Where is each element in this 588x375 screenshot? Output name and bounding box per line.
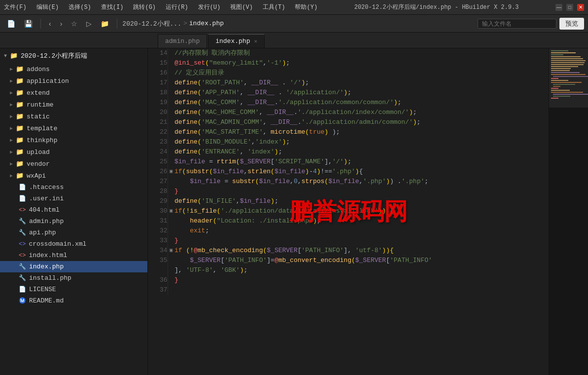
sidebar-item-upload[interactable]: ▶ 📁 upload — [0, 146, 147, 158]
sidebar-item-template[interactable]: ▶ 📁 template — [0, 122, 147, 134]
code-line[interactable]: $_SERVER['PATH_INFO']=@mb_convert_encodi… — [174, 256, 549, 265]
close-button[interactable]: ✕ — [577, 4, 584, 11]
menu-bar[interactable]: 文件(F) 编辑(E) 选择(S) 查找(I) 跳转(G) 运行(R) 发行(U… — [4, 3, 317, 11]
menu-edit[interactable]: 编辑(E) — [36, 3, 59, 11]
menu-view[interactable]: 视图(V) — [230, 3, 253, 11]
code-editor[interactable]: 鹏誉源码网 14 //内存限制 取消内存限制 15 @ini_set("memo… — [148, 48, 549, 375]
sidebar-item-wxapi[interactable]: ▶ 📁 wxApi — [0, 170, 147, 182]
table-row: 35 $_SERVER['PATH_INFO']=@mb_convert_enc… — [148, 256, 549, 265]
window-controls[interactable]: — □ ✕ — [555, 4, 584, 11]
sidebar-item-installphp[interactable]: 🔧 install.php — [0, 272, 147, 284]
code-line[interactable]: if(substr($in_file,strlen($in_file)-4)!=… — [174, 167, 549, 177]
table-row: 17 define('ROOT_PATH', __DIR__ . '/'); — [148, 78, 549, 88]
maximize-button[interactable]: □ — [566, 4, 573, 11]
sidebar-item-crossdomainxml[interactable]: <> crossdomain.xml — [0, 238, 147, 250]
sidebar-item-apiphp[interactable]: 🔧 api.php — [0, 227, 147, 238]
minimize-button[interactable]: — — [555, 4, 562, 11]
code-line[interactable]: define('IN_FILE',$in_file); — [174, 196, 549, 206]
new-file-button[interactable]: 📄 — [4, 18, 18, 30]
folder-arrow-icon: ▶ — [10, 137, 13, 143]
sidebar-item-indexphp[interactable]: 🔧 index.php — [0, 261, 147, 272]
code-line[interactable]: if (!@mb_check_encoding($_SERVER['PATH_I… — [174, 246, 549, 256]
sidebar-item-vendor[interactable]: ▶ 📁 vendor — [0, 158, 147, 170]
fold-col — [168, 147, 174, 157]
code-line[interactable]: exit; — [174, 226, 549, 236]
folder-button[interactable]: 📁 — [98, 18, 112, 30]
table-row: 24 define('ENTRANCE', 'index'); — [148, 147, 549, 157]
sidebar-root[interactable]: ▼ 📁 2020-12.2小程序后端 — [0, 48, 147, 63]
sidebar-item-htaccess[interactable]: 📄 .htaccess — [0, 182, 147, 193]
table-row: 16 // 定义应用目录 — [148, 68, 549, 78]
tab-admin-php[interactable]: admin.php — [158, 34, 207, 48]
php-icon: 🔧 — [19, 218, 26, 225]
file-search-input[interactable] — [478, 19, 556, 29]
code-line[interactable]: define('APP_PATH', __DIR__ . '/applicati… — [174, 88, 549, 98]
sidebar-item-readmemd[interactable]: Ⓜ️ README.md — [0, 295, 147, 306]
code-line[interactable]: define('MAC_ADMIN_COMM', __DIR__.'./appl… — [174, 117, 549, 127]
folder-arrow-icon: ▶ — [10, 102, 13, 108]
menu-select[interactable]: 选择(S) — [69, 3, 91, 11]
sidebar-item-static[interactable]: ▶ 📁 static — [0, 111, 147, 122]
sidebar-item-extend[interactable]: ▶ 📁 extend — [0, 87, 147, 99]
bookmark-button[interactable]: ☆ — [68, 18, 80, 30]
fold-icon[interactable]: ▣ — [168, 167, 174, 177]
code-line[interactable]: $in_file = substr($in_file,0,strpos($in_… — [174, 177, 549, 187]
menu-publish[interactable]: 发行(U) — [198, 3, 221, 11]
menu-help[interactable]: 帮助(Y) — [295, 3, 317, 11]
fold-col — [168, 177, 174, 187]
line-number: 17 — [148, 78, 168, 88]
folder-icon: 📁 — [16, 172, 24, 180]
preview-button[interactable]: 预览 — [559, 18, 584, 30]
minimap[interactable] — [549, 48, 588, 375]
menu-find[interactable]: 查找(I) — [101, 3, 124, 11]
code-line[interactable]: } — [174, 236, 549, 246]
run-button[interactable]: ▷ — [83, 18, 95, 30]
folder-icon: 📁 — [16, 101, 24, 109]
sidebar-item-adminphp[interactable]: 🔧 admin.php — [0, 216, 147, 227]
code-line[interactable]: // 定义应用目录 — [174, 68, 549, 78]
code-line[interactable]: define('ROOT_PATH', __DIR__ . '/'); — [174, 78, 549, 88]
code-line[interactable]: define('MAC_HOME_COMM', __DIR__.'./appli… — [174, 108, 549, 117]
sidebar-label: thinkphp — [27, 137, 57, 144]
file-icon: 📄 — [19, 195, 26, 202]
sidebar-item-userini[interactable]: 📄 .user.ini — [0, 193, 147, 204]
folder-arrow-icon: ▶ — [10, 161, 13, 167]
code-line[interactable]: } — [174, 187, 549, 196]
code-line[interactable]: define('ENTRANCE', 'index'); — [174, 147, 549, 157]
line-number: 23 — [148, 137, 168, 147]
table-row: 22 define('MAC_START_TIME', microtime(tr… — [148, 127, 549, 137]
fold-col — [168, 98, 174, 108]
code-line[interactable]: header("Location: ./install.php"); — [174, 216, 549, 226]
menu-goto[interactable]: 跳转(G) — [133, 3, 156, 11]
sidebar-item-addons[interactable]: ▶ 📁 addons — [0, 63, 147, 75]
menu-tools[interactable]: 工具(T) — [263, 3, 285, 11]
code-line[interactable]: define('MAC_START_TIME', microtime(true)… — [174, 127, 549, 137]
fold-icon[interactable]: ▣ — [168, 246, 174, 256]
breadcrumb-root[interactable]: 2020-12.2小程... — [122, 19, 181, 28]
back-button[interactable]: ‹ — [46, 18, 54, 30]
sidebar-item-application[interactable]: ▶ 📁 application — [0, 75, 147, 87]
code-line[interactable]: //内存限制 取消内存限制 — [174, 48, 549, 58]
fold-icon[interactable]: ▣ — [168, 206, 174, 216]
code-line[interactable]: define('BIND_MODULE','index'); — [174, 137, 549, 147]
sidebar-item-404html[interactable]: <> 404.html — [0, 204, 147, 216]
code-line[interactable]: ], 'UTF-8', 'GBK'); — [174, 265, 549, 275]
code-line[interactable]: } — [174, 275, 549, 285]
line-number: 36 — [148, 275, 168, 285]
code-line[interactable]: if(!is_file('./application/data/install/… — [174, 206, 549, 216]
code-line[interactable]: define('MAC_COMM', __DIR__.'./applicatio… — [174, 98, 549, 108]
save-button[interactable]: 💾 — [21, 18, 35, 30]
menu-run[interactable]: 运行(R) — [166, 3, 188, 11]
code-line[interactable]: $in_file = rtrim($_SERVER['SCRIPT_NAME']… — [174, 157, 549, 167]
close-tab-icon[interactable]: ✕ — [254, 38, 257, 44]
forward-button[interactable]: › — [57, 18, 66, 30]
code-line[interactable]: @ini_set("memory_limit",'-1'); — [174, 58, 549, 68]
menu-file[interactable]: 文件(F) — [4, 3, 27, 11]
sidebar-item-indexhtml[interactable]: <> index.html — [0, 250, 147, 261]
tab-index-php[interactable]: index.php ✕ — [208, 34, 265, 48]
sidebar-item-license[interactable]: 📄 LICENSE — [0, 284, 147, 295]
folder-icon: 📁 — [16, 148, 24, 156]
line-number: 30 — [148, 206, 168, 216]
sidebar-item-thinkphp[interactable]: ▶ 📁 thinkphp — [0, 134, 147, 146]
sidebar-item-runtime[interactable]: ▶ 📁 runtime — [0, 99, 147, 111]
